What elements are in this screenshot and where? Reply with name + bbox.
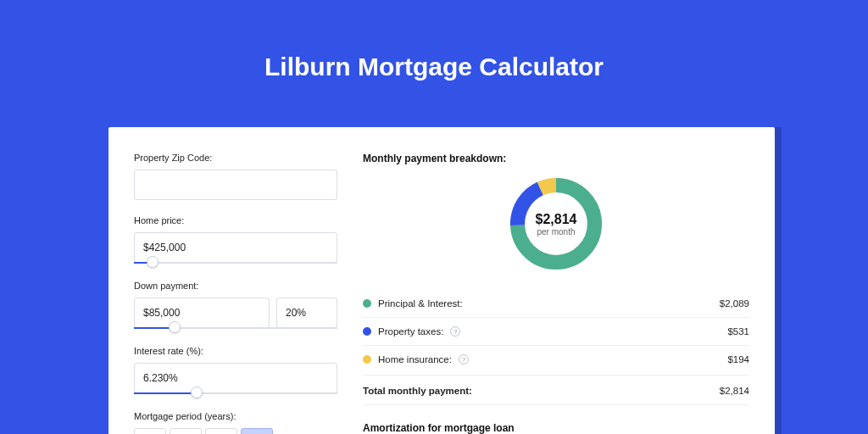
breakdown-label: Property taxes: [378,326,443,337]
legend-dot-taxes [363,327,371,336]
total-row: Total monthly payment: $2,814 [363,375,749,405]
info-icon[interactable]: ? [450,326,460,337]
total-label: Total monthly payment: [363,386,472,396]
period-group: Mortgage period (years): 10152030 [134,411,337,434]
breakdown-value: $531 [727,326,749,337]
down-payment-slider[interactable] [134,327,337,331]
breakdown-row-taxes: Property taxes:?$531 [363,318,749,346]
home-price-input[interactable] [134,232,337,263]
calculator-card: Property Zip Code: Home price: Down paym… [108,127,775,434]
breakdown-label: Principal & Interest: [378,298,463,309]
amortization-section: Amortization for mortgage loan Amortizat… [363,422,749,434]
zip-label: Property Zip Code: [134,153,337,163]
period-btn-10[interactable]: 10 [134,428,166,434]
zip-input[interactable] [134,170,337,200]
breakdown-value: $194 [727,354,749,364]
breakdown-panel: Monthly payment breakdown: $2,814 per mo… [363,153,749,434]
zip-group: Property Zip Code: [134,153,337,200]
home-price-label: Home price: [134,215,337,225]
page-title: Lilburn Mortgage Calculator [0,0,868,81]
breakdown-row-insurance: Home insurance:?$194 [363,346,749,373]
info-icon[interactable]: ? [459,354,469,364]
donut-sub: per month [537,227,575,236]
home-price-slider[interactable] [134,262,337,265]
donut-amount: $2,814 [536,212,577,227]
breakdown-value: $2,089 [720,298,749,309]
home-price-group: Home price: [134,215,337,265]
donut-chart: $2,814 per month [505,173,607,275]
down-payment-input[interactable] [134,298,270,328]
period-btn-20[interactable]: 20 [205,428,237,434]
down-payment-label: Down payment: [134,281,337,291]
interest-rate-slider[interactable] [134,392,337,396]
interest-rate-group: Interest rate (%): [134,346,337,396]
period-btn-15[interactable]: 15 [170,428,202,434]
period-label: Mortgage period (years): [134,411,337,421]
interest-rate-label: Interest rate (%): [134,346,337,356]
inputs-panel: Property Zip Code: Home price: Down paym… [134,153,337,434]
interest-rate-input[interactable] [134,363,337,393]
down-payment-pct-input[interactable] [276,298,337,328]
period-btn-30[interactable]: 30 [241,428,273,434]
breakdown-label: Home insurance: [378,354,452,364]
legend-dot-insurance [363,355,371,364]
breakdown-row-principal: Principal & Interest:$2,089 [363,290,749,318]
amortization-title: Amortization for mortgage loan [363,422,749,434]
total-value: $2,814 [720,386,749,396]
legend-dot-principal [363,299,371,308]
breakdown-title: Monthly payment breakdown: [363,153,749,164]
down-payment-group: Down payment: [134,281,337,331]
